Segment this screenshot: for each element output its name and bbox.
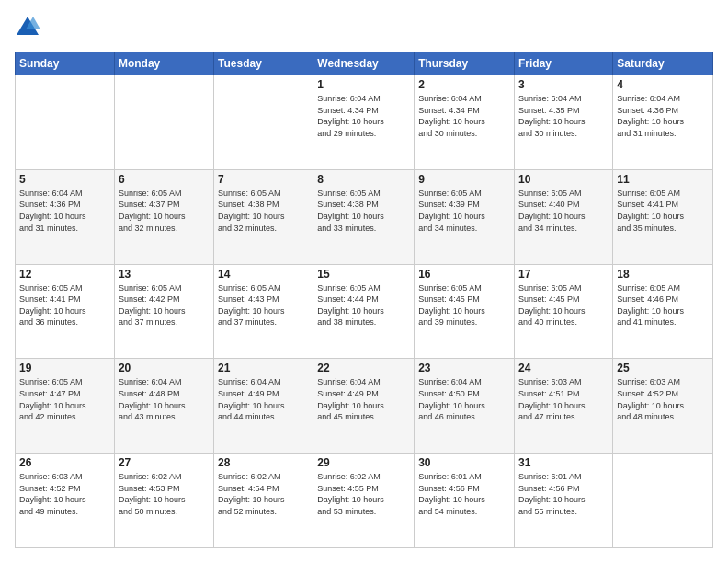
- weekday-header-row: SundayMondayTuesdayWednesdayThursdayFrid…: [16, 52, 713, 75]
- day-cell: 4Sunrise: 6:04 AM Sunset: 4:36 PM Daylig…: [613, 75, 713, 170]
- day-cell: [114, 75, 213, 170]
- day-cell: 23Sunrise: 6:04 AM Sunset: 4:50 PM Dayli…: [415, 359, 515, 454]
- day-number: 13: [119, 268, 210, 281]
- day-number: 31: [518, 456, 609, 469]
- logo-icon: [15, 15, 40, 40]
- weekday-header-friday: Friday: [515, 52, 613, 75]
- day-cell: 26Sunrise: 6:03 AM Sunset: 4:52 PM Dayli…: [16, 454, 115, 548]
- day-cell: 6Sunrise: 6:05 AM Sunset: 4:37 PM Daylig…: [114, 169, 213, 264]
- header: [15, 15, 713, 40]
- week-row-1: 1Sunrise: 6:04 AM Sunset: 4:34 PM Daylig…: [16, 75, 713, 170]
- day-cell: 12Sunrise: 6:05 AM Sunset: 4:41 PM Dayli…: [16, 264, 115, 359]
- day-info: Sunrise: 6:05 AM Sunset: 4:42 PM Dayligh…: [119, 282, 210, 328]
- day-number: 20: [119, 362, 210, 374]
- day-cell: 3Sunrise: 6:04 AM Sunset: 4:35 PM Daylig…: [515, 75, 613, 170]
- day-info: Sunrise: 6:03 AM Sunset: 4:51 PM Dayligh…: [518, 376, 609, 422]
- week-row-2: 5Sunrise: 6:04 AM Sunset: 4:36 PM Daylig…: [16, 169, 713, 264]
- week-row-5: 26Sunrise: 6:03 AM Sunset: 4:52 PM Dayli…: [16, 454, 713, 548]
- day-number: 8: [317, 173, 410, 186]
- day-info: Sunrise: 6:05 AM Sunset: 4:39 PM Dayligh…: [418, 188, 510, 234]
- day-cell: 9Sunrise: 6:05 AM Sunset: 4:39 PM Daylig…: [415, 169, 515, 264]
- day-number: 23: [418, 362, 510, 374]
- day-number: 1: [317, 78, 410, 91]
- day-number: 25: [617, 362, 709, 374]
- day-cell: 16Sunrise: 6:05 AM Sunset: 4:45 PM Dayli…: [415, 264, 515, 359]
- day-cell: [613, 454, 713, 548]
- weekday-header-tuesday: Tuesday: [214, 52, 313, 75]
- day-cell: 24Sunrise: 6:03 AM Sunset: 4:51 PM Dayli…: [515, 359, 613, 454]
- day-number: 17: [518, 268, 609, 281]
- weekday-header-saturday: Saturday: [613, 52, 713, 75]
- day-cell: 25Sunrise: 6:03 AM Sunset: 4:52 PM Dayli…: [613, 359, 713, 454]
- day-info: Sunrise: 6:05 AM Sunset: 4:38 PM Dayligh…: [317, 188, 410, 234]
- day-info: Sunrise: 6:04 AM Sunset: 4:49 PM Dayligh…: [317, 376, 410, 422]
- weekday-header-wednesday: Wednesday: [313, 52, 415, 75]
- weekday-header-sunday: Sunday: [16, 52, 115, 75]
- day-cell: 18Sunrise: 6:05 AM Sunset: 4:46 PM Dayli…: [613, 264, 713, 359]
- weekday-header-thursday: Thursday: [415, 52, 515, 75]
- day-number: 12: [19, 268, 110, 281]
- day-cell: 19Sunrise: 6:05 AM Sunset: 4:47 PM Dayli…: [16, 359, 115, 454]
- day-cell: 2Sunrise: 6:04 AM Sunset: 4:34 PM Daylig…: [415, 75, 515, 170]
- day-cell: [16, 75, 115, 170]
- day-info: Sunrise: 6:01 AM Sunset: 4:56 PM Dayligh…: [418, 471, 510, 517]
- day-info: Sunrise: 6:02 AM Sunset: 4:55 PM Dayligh…: [317, 471, 410, 517]
- day-number: 19: [19, 362, 110, 374]
- day-number: 11: [617, 173, 709, 186]
- day-info: Sunrise: 6:04 AM Sunset: 4:36 PM Dayligh…: [617, 93, 709, 139]
- day-info: Sunrise: 6:05 AM Sunset: 4:40 PM Dayligh…: [518, 188, 609, 234]
- day-info: Sunrise: 6:04 AM Sunset: 4:34 PM Dayligh…: [418, 93, 510, 139]
- day-cell: 21Sunrise: 6:04 AM Sunset: 4:49 PM Dayli…: [214, 359, 313, 454]
- logo: [15, 15, 44, 40]
- day-info: Sunrise: 6:02 AM Sunset: 4:53 PM Dayligh…: [119, 471, 210, 517]
- day-info: Sunrise: 6:05 AM Sunset: 4:41 PM Dayligh…: [19, 282, 110, 328]
- day-info: Sunrise: 6:04 AM Sunset: 4:34 PM Dayligh…: [317, 93, 410, 139]
- day-info: Sunrise: 6:05 AM Sunset: 4:47 PM Dayligh…: [19, 376, 110, 422]
- day-cell: 29Sunrise: 6:02 AM Sunset: 4:55 PM Dayli…: [313, 454, 415, 548]
- day-number: 2: [418, 78, 510, 91]
- day-info: Sunrise: 6:05 AM Sunset: 4:46 PM Dayligh…: [617, 282, 709, 328]
- day-number: 27: [119, 456, 210, 469]
- day-cell: 27Sunrise: 6:02 AM Sunset: 4:53 PM Dayli…: [114, 454, 213, 548]
- day-cell: 8Sunrise: 6:05 AM Sunset: 4:38 PM Daylig…: [313, 169, 415, 264]
- day-number: 21: [218, 362, 309, 374]
- day-info: Sunrise: 6:03 AM Sunset: 4:52 PM Dayligh…: [617, 376, 709, 422]
- day-info: Sunrise: 6:05 AM Sunset: 4:41 PM Dayligh…: [617, 188, 709, 234]
- day-cell: 11Sunrise: 6:05 AM Sunset: 4:41 PM Dayli…: [613, 169, 713, 264]
- day-cell: 15Sunrise: 6:05 AM Sunset: 4:44 PM Dayli…: [313, 264, 415, 359]
- day-info: Sunrise: 6:04 AM Sunset: 4:50 PM Dayligh…: [418, 376, 510, 422]
- page: SundayMondayTuesdayWednesdayThursdayFrid…: [0, 0, 728, 563]
- day-info: Sunrise: 6:05 AM Sunset: 4:45 PM Dayligh…: [418, 282, 510, 328]
- day-number: 16: [418, 268, 510, 281]
- day-cell: 7Sunrise: 6:05 AM Sunset: 4:38 PM Daylig…: [214, 169, 313, 264]
- day-cell: 22Sunrise: 6:04 AM Sunset: 4:49 PM Dayli…: [313, 359, 415, 454]
- day-number: 10: [518, 173, 609, 186]
- day-number: 5: [19, 173, 110, 186]
- day-number: 28: [218, 456, 309, 469]
- day-number: 15: [317, 268, 410, 281]
- day-number: 30: [418, 456, 510, 469]
- day-info: Sunrise: 6:01 AM Sunset: 4:56 PM Dayligh…: [518, 471, 609, 517]
- day-number: 7: [218, 173, 309, 186]
- day-cell: 10Sunrise: 6:05 AM Sunset: 4:40 PM Dayli…: [515, 169, 613, 264]
- day-number: 26: [19, 456, 110, 469]
- day-number: 4: [617, 78, 709, 91]
- day-cell: 14Sunrise: 6:05 AM Sunset: 4:43 PM Dayli…: [214, 264, 313, 359]
- day-info: Sunrise: 6:05 AM Sunset: 4:37 PM Dayligh…: [119, 188, 210, 234]
- day-cell: 5Sunrise: 6:04 AM Sunset: 4:36 PM Daylig…: [16, 169, 115, 264]
- day-info: Sunrise: 6:04 AM Sunset: 4:36 PM Dayligh…: [19, 188, 110, 234]
- day-number: 14: [218, 268, 309, 281]
- day-number: 22: [317, 362, 410, 374]
- day-number: 9: [418, 173, 510, 186]
- day-number: 24: [518, 362, 609, 374]
- day-cell: 20Sunrise: 6:04 AM Sunset: 4:48 PM Dayli…: [114, 359, 213, 454]
- day-number: 3: [518, 78, 609, 91]
- day-number: 29: [317, 456, 410, 469]
- calendar: SundayMondayTuesdayWednesdayThursdayFrid…: [15, 52, 713, 548]
- day-number: 6: [119, 173, 210, 186]
- day-info: Sunrise: 6:05 AM Sunset: 4:43 PM Dayligh…: [218, 282, 309, 328]
- day-cell: 17Sunrise: 6:05 AM Sunset: 4:45 PM Dayli…: [515, 264, 613, 359]
- day-cell: [214, 75, 313, 170]
- day-cell: 13Sunrise: 6:05 AM Sunset: 4:42 PM Dayli…: [114, 264, 213, 359]
- day-info: Sunrise: 6:04 AM Sunset: 4:49 PM Dayligh…: [218, 376, 309, 422]
